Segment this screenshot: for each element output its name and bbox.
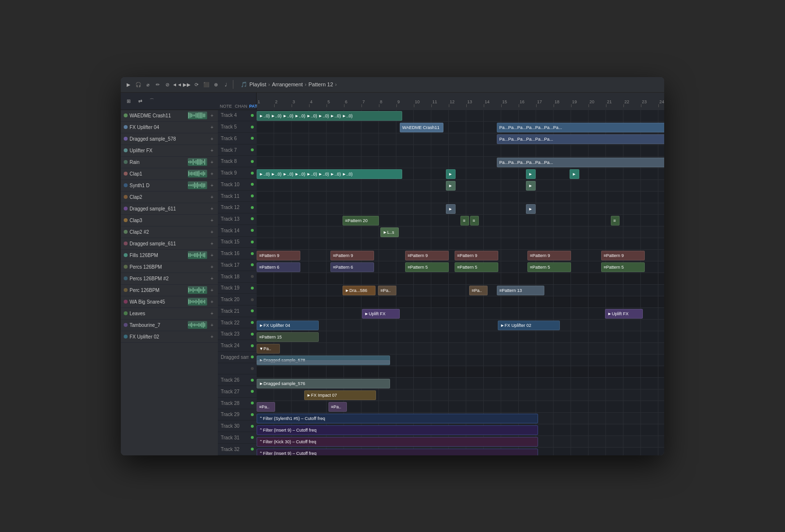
pattern-block[interactable]: ► — [570, 169, 579, 179]
track-add-button[interactable]: + — [209, 264, 215, 270]
headphones-icon[interactable]: 🎧 — [134, 81, 142, 88]
track-active-dot[interactable] — [251, 172, 254, 175]
track-active-dot[interactable] — [251, 448, 254, 451]
breadcrumb-playlist[interactable]: Playlist — [249, 81, 266, 87]
pattern-block[interactable]: ≡ — [470, 216, 479, 226]
track-list-item[interactable]: Fills 126BPM+ — [121, 250, 218, 261]
metro-icon[interactable]: ♩ — [222, 81, 229, 88]
track-add-button[interactable]: + — [209, 171, 215, 177]
track-active-dot[interactable] — [251, 206, 254, 209]
grid-row[interactable]: ⌃Filter (Insert 9) – Cutoff freq — [257, 424, 664, 436]
track-active-dot[interactable] — [251, 263, 254, 266]
track-active-dot[interactable] — [251, 160, 254, 163]
track-active-dot[interactable] — [251, 252, 254, 255]
track-active-dot[interactable] — [251, 436, 254, 439]
track-list-item[interactable]: Rain+ — [121, 157, 218, 168]
pattern-block[interactable]: ►Dra...586 — [343, 286, 376, 295]
grid-row[interactable]: ►► — [257, 203, 664, 215]
track-list-item[interactable]: Dragged sample_578+ — [121, 133, 218, 145]
speaker-icon[interactable]: ◄◄ — [173, 81, 181, 88]
pattern-block[interactable]: ►FX Uplifter 02 — [498, 321, 560, 330]
grid-row[interactable]: ≡Pattern 9≡Pattern 9≡Pattern 9≡Pattern 9… — [257, 250, 664, 261]
track-list-item[interactable]: Dragged sample_611+ — [121, 203, 218, 215]
grid-row[interactable]: ►..0) ►..0) ►..0) ►..0) ►..0) ►..0) ►..0… — [257, 110, 664, 122]
ruler[interactable]: 1234567891011121314151617181920212223242… — [257, 93, 664, 110]
pen-icon[interactable]: ✏ — [154, 81, 162, 88]
track-active-dot[interactable] — [251, 425, 254, 428]
track-active-dot[interactable] — [251, 379, 254, 382]
track-add-button[interactable]: + — [209, 310, 215, 316]
track-list-item[interactable]: Tambourine_7+ — [121, 320, 218, 331]
pattern-block[interactable]: ► — [526, 169, 536, 179]
pattern-block[interactable]: ≡ — [611, 216, 620, 226]
pattern-block[interactable]: ≡Pa.. — [257, 402, 275, 412]
track-list-item[interactable]: Dragged sample_611+ — [121, 238, 218, 250]
track-list-item[interactable]: Synth1 D+ — [121, 180, 218, 192]
pattern-block[interactable]: ≡ — [460, 216, 469, 226]
pattern-block[interactable]: ≡Pattern 20 — [343, 216, 379, 226]
track-active-dot[interactable] — [251, 390, 254, 393]
track-list-item[interactable]: WAEDME Crash11+ — [121, 110, 218, 122]
track-active-dot[interactable] — [251, 333, 254, 336]
pattern-block[interactable]: ≡Pattern 5 — [405, 262, 449, 272]
pattern-block[interactable]: ►FX Uplifter 04 — [257, 321, 319, 330]
grid-row[interactable]: ⌃Filter (Insert 9) – Cutoff freq — [257, 448, 664, 455]
grid-row[interactable]: Pa...Pa...Pa...Pa...Pa...Pa... — [257, 133, 664, 145]
pattern-block[interactable]: ►Dragged sample_576 — [257, 379, 390, 388]
grid-scroll[interactable]: ►..0) ►..0) ►..0) ►..0) ►..0) ►..0) ►..0… — [257, 110, 664, 455]
pattern-block[interactable]: ► — [446, 204, 456, 214]
grid-row[interactable]: ►..0) ►..0) ►..0) ►..0) ►..0) ►..0) ►..0… — [257, 168, 664, 180]
track-active-dot[interactable] — [251, 298, 254, 301]
track-add-button[interactable]: + — [209, 113, 215, 118]
pattern-block[interactable]: ≡Pattern 9 — [330, 251, 374, 260]
loop-icon[interactable]: ⟳ — [193, 81, 200, 88]
grid-area[interactable]: ►..0) ►..0) ►..0) ►..0) ►..0) ►..0) ►..0… — [257, 110, 664, 455]
move-icon[interactable]: ⇄ — [136, 97, 144, 105]
pattern-block[interactable]: ► — [446, 169, 456, 179]
pattern-block[interactable]: ≡Pattern 6 — [330, 262, 374, 272]
track-add-button[interactable]: + — [209, 275, 215, 281]
grid-row[interactable]: ▼Pa.. — [257, 343, 664, 355]
pattern-block[interactable]: ►FX Impact 07 — [304, 390, 376, 400]
record-icon[interactable]: ⬛ — [202, 81, 210, 88]
track-list-item[interactable]: Percs 126BPM+ — [121, 261, 218, 273]
track-add-button[interactable]: + — [209, 287, 215, 293]
grid-row[interactable]: ►FX Uplifter 04►FX Uplifter 02 — [257, 320, 664, 331]
track-list-item[interactable]: Clap1+ — [121, 168, 218, 180]
link-icon[interactable]: ⌒ — [148, 97, 156, 105]
pattern-block[interactable]: ≡Pa.. — [328, 402, 347, 412]
zoom-icon[interactable]: ⊕ — [212, 81, 220, 88]
track-add-button[interactable]: + — [209, 322, 215, 328]
pattern-block[interactable]: ≡Pattern 9 — [257, 251, 300, 260]
track-list-item[interactable]: Uplifter FX+ — [121, 145, 218, 157]
track-active-dot[interactable] — [251, 241, 254, 243]
grid-row[interactable]: ►FX Impact 07 — [257, 389, 664, 401]
pattern-block[interactable]: ≡Pattern 5 — [455, 262, 498, 272]
track-active-dot[interactable] — [251, 137, 254, 140]
track-list-item[interactable]: Clap3+ — [121, 215, 218, 226]
grid-row[interactable]: ►Uplift FX►Uplift FX — [257, 308, 664, 320]
col-tab-chan[interactable]: CHAN — [234, 103, 248, 110]
pattern-block[interactable]: ► — [526, 181, 536, 191]
track-add-button[interactable]: + — [209, 182, 215, 188]
track-list-item[interactable]: FX Uplifter 02+ — [121, 331, 218, 343]
track-active-dot[interactable] — [251, 413, 254, 416]
grid-row[interactable]: ⌃Filter (Kick 30) – Cutoff freq — [257, 436, 664, 448]
track-list-item[interactable]: Clap2 #2+ — [121, 226, 218, 238]
track-list-item[interactable]: Perc 126BPM+ — [121, 285, 218, 296]
pattern-block[interactable]: ≡Pattern 9 — [601, 251, 645, 260]
grid-row[interactable]: ►L..s — [257, 226, 664, 238]
track-active-dot[interactable] — [251, 309, 254, 312]
track-active-dot[interactable] — [251, 287, 254, 290]
track-active-dot[interactable] — [251, 194, 254, 197]
play-icon[interactable]: ▶ — [125, 81, 132, 88]
track-list-item[interactable]: FX Uplifter 04+ — [121, 122, 218, 133]
pattern-block[interactable]: ≡Pattern 5 — [601, 262, 645, 272]
grid-row[interactable]: ≡Pattern 20≡≡≡ — [257, 215, 664, 226]
grid-row[interactable]: ⌃Filter (Sylenth1 #5) – Cutoff freq — [257, 413, 664, 424]
breadcrumb-pattern[interactable]: Pattern 12 — [309, 81, 333, 87]
track-active-dot[interactable] — [251, 148, 254, 151]
grid-row[interactable] — [257, 296, 664, 308]
col-tab-note[interactable]: NOTE — [218, 103, 234, 110]
pattern-block[interactable]: ▼Pa.. — [257, 344, 280, 354]
